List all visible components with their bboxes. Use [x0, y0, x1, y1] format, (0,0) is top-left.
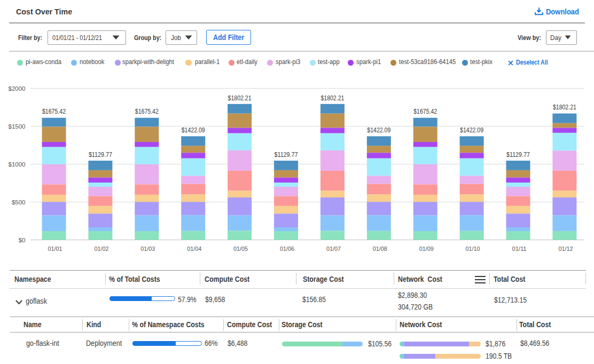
- svg-text:$0: $0: [19, 237, 26, 243]
- svg-text:01/12: 01/12: [558, 246, 573, 252]
- svg-text:$1422.09: $1422.09: [367, 126, 390, 134]
- svg-text:$1129.77: $1129.77: [275, 151, 298, 159]
- svg-text:$1802.21: $1802.21: [228, 94, 252, 102]
- svg-text:01/05: 01/05: [233, 246, 248, 252]
- svg-text:01/06: 01/06: [280, 246, 294, 252]
- svg-text:01/02: 01/02: [94, 246, 108, 252]
- svg-text:$1675.42: $1675.42: [413, 108, 437, 115]
- svg-text:$1500: $1500: [9, 123, 26, 130]
- svg-text:01/08: 01/08: [373, 246, 387, 252]
- svg-text:$1422.09: $1422.09: [460, 126, 483, 134]
- svg-text:$1802.21: $1802.21: [321, 94, 344, 102]
- svg-text:01/09: 01/09: [419, 246, 434, 252]
- svg-text:01/11: 01/11: [512, 246, 527, 252]
- svg-text:$1000: $1000: [9, 161, 26, 168]
- svg-text:01/07: 01/07: [326, 246, 341, 252]
- svg-text:$1422.09: $1422.09: [182, 126, 205, 134]
- svg-text:01/01: 01/01: [48, 246, 62, 252]
- svg-text:01/04: 01/04: [187, 246, 202, 252]
- svg-text:$1129.77: $1129.77: [89, 151, 112, 159]
- svg-text:$1675.42: $1675.42: [135, 108, 159, 115]
- svg-text:$1675.42: $1675.42: [42, 108, 66, 115]
- svg-text:$500: $500: [12, 199, 26, 205]
- svg-text:$1129.77: $1129.77: [506, 151, 530, 159]
- svg-text:01/03: 01/03: [140, 246, 155, 252]
- svg-text:01/10: 01/10: [466, 246, 480, 252]
- svg-text:$2000: $2000: [9, 85, 26, 92]
- svg-text:$1802.21: $1802.21: [553, 104, 576, 111]
